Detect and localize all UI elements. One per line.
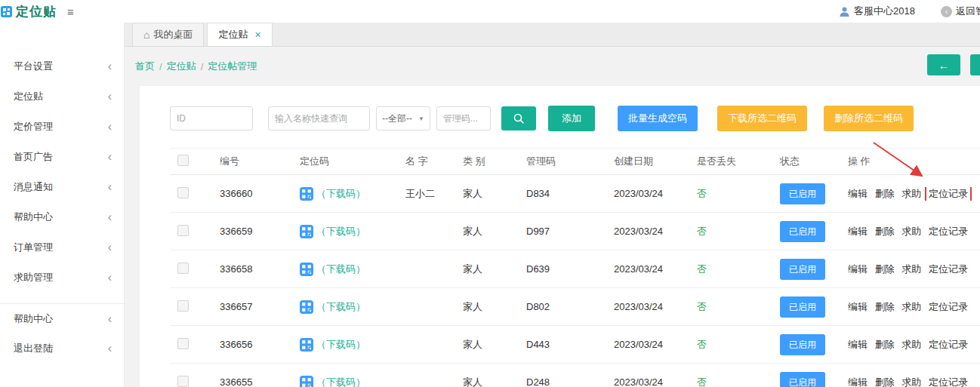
- user-account-link[interactable]: 客服中心2018: [854, 5, 915, 18]
- location-record-link[interactable]: 定位记录: [929, 226, 968, 237]
- sidebar-item-label: 帮助中心: [14, 210, 53, 224]
- edit-link[interactable]: 编辑: [848, 263, 868, 275]
- delete-link[interactable]: 删除: [875, 301, 895, 312]
- qrcode-icon[interactable]: [300, 225, 313, 238]
- location-record-link[interactable]: 定位记录: [929, 339, 968, 350]
- cell-id: 336656: [214, 339, 294, 350]
- sidebar-item[interactable]: 平台设置 ‹: [0, 51, 124, 81]
- cell-create-date: 2023/03/24: [608, 301, 691, 312]
- row-checkbox[interactable]: [177, 338, 189, 349]
- download-code-link[interactable]: （下载码）: [316, 300, 365, 314]
- content-panel: --全部-- ▼ 添加 批量生成空码 下载所选二维码 删除所选二维码 编号 定位…: [140, 86, 980, 387]
- sidebar-item-label: 消息通知: [14, 180, 53, 194]
- chevron-down-icon: ▼: [418, 115, 424, 122]
- cut-off-button[interactable]: [970, 54, 980, 75]
- status-enabled-button[interactable]: 已启用: [780, 259, 825, 280]
- add-button[interactable]: 添加: [548, 106, 595, 131]
- download-code-link[interactable]: （下载码）: [316, 338, 365, 352]
- sidebar-item[interactable]: 消息通知 ‹: [0, 172, 124, 202]
- row-checkbox[interactable]: [177, 187, 189, 198]
- sidebar-item[interactable]: 定位贴 ‹: [0, 81, 124, 112]
- return-portal-link[interactable]: 返回智能: [956, 5, 980, 18]
- qrcode-icon[interactable]: [300, 376, 313, 387]
- qrcode-icon[interactable]: [300, 338, 313, 352]
- location-record-link[interactable]: 定位记录: [929, 263, 968, 275]
- table-row: 336655 （下载码） 家人 D248 2023/03/24 否 已启用 编辑…: [170, 364, 980, 387]
- app-logo-icon: [1, 6, 12, 17]
- cell-id: 336655: [214, 376, 294, 387]
- edit-link[interactable]: 编辑: [848, 226, 868, 237]
- help-link[interactable]: 求助: [901, 376, 921, 387]
- cell-manage-code: D834: [520, 188, 608, 199]
- hamburger-menu-icon[interactable]: ≡: [67, 6, 74, 17]
- edit-link[interactable]: 编辑: [848, 376, 868, 387]
- cell-create-date: 2023/03/24: [608, 376, 691, 387]
- sidebar-item[interactable]: 帮助中心 ‹: [0, 202, 124, 232]
- help-link[interactable]: 求助: [901, 188, 921, 199]
- help-link[interactable]: 求助: [901, 339, 921, 350]
- edit-link[interactable]: 编辑: [848, 339, 868, 350]
- batch-generate-button[interactable]: 批量生成空码: [618, 106, 698, 131]
- status-enabled-button[interactable]: 已启用: [780, 296, 825, 318]
- sidebar-item[interactable]: 求助管理 ‹: [0, 263, 124, 293]
- sidebar-item[interactable]: 帮助中心 ‹: [0, 303, 124, 333]
- category-select[interactable]: --全部-- ▼: [376, 106, 430, 131]
- cell-manage-code: D997: [520, 226, 608, 237]
- delete-link[interactable]: 删除: [875, 263, 895, 275]
- cell-id: 336659: [214, 226, 294, 237]
- select-all-checkbox[interactable]: [177, 155, 189, 166]
- header-date: 创建日期: [608, 155, 691, 168]
- location-record-link[interactable]: 定位记录: [929, 376, 968, 387]
- table-row: 336660 （下载码） 王小二 家人 D834 2023/03/24 否 已启…: [170, 175, 980, 213]
- edit-link[interactable]: 编辑: [848, 188, 868, 199]
- row-checkbox[interactable]: [177, 225, 189, 236]
- search-button[interactable]: [501, 106, 536, 131]
- status-enabled-button[interactable]: 已启用: [780, 183, 825, 204]
- sidebar-item-label: 求助管理: [14, 271, 53, 284]
- delete-link[interactable]: 删除: [875, 339, 895, 350]
- location-record-link[interactable]: 定位记录: [929, 188, 968, 199]
- download-code-link[interactable]: （下载码）: [316, 225, 365, 238]
- cell-lost: 否: [691, 187, 774, 201]
- location-record-link[interactable]: 定位记录: [929, 301, 968, 312]
- qrcode-icon[interactable]: [300, 187, 313, 201]
- breadcrumb-separator: /: [159, 61, 162, 72]
- header-category: 类 别: [457, 155, 520, 168]
- download-selected-button[interactable]: 下载所选二维码: [717, 106, 807, 131]
- sidebar-item[interactable]: 退出登陆 ‹: [0, 333, 124, 364]
- table-row: 336656 （下载码） 家人 D443 2023/03/24 否 已启用 编辑…: [170, 326, 980, 364]
- edit-link[interactable]: 编辑: [848, 301, 868, 312]
- sidebar-item[interactable]: 首页广告 ‹: [0, 142, 124, 172]
- qrcode-icon[interactable]: [300, 300, 313, 314]
- delete-selected-button[interactable]: 删除所选二维码: [824, 106, 914, 131]
- id-filter-input[interactable]: [170, 106, 253, 131]
- close-tab-icon[interactable]: ×: [254, 23, 260, 46]
- delete-link[interactable]: 删除: [875, 188, 895, 199]
- tab-location-sticker[interactable]: 定位贴 ×: [207, 23, 272, 46]
- download-code-link[interactable]: （下载码）: [316, 263, 365, 276]
- row-checkbox[interactable]: [177, 300, 189, 312]
- download-code-link[interactable]: （下载码）: [316, 376, 365, 387]
- tab-my-desktop[interactable]: ⌂ 我的桌面: [132, 23, 204, 46]
- help-link[interactable]: 求助: [901, 301, 921, 312]
- row-checkbox[interactable]: [177, 263, 189, 274]
- sidebar-item[interactable]: 定价管理 ‹: [0, 112, 124, 142]
- download-code-link[interactable]: （下载码）: [316, 187, 365, 201]
- sidebar-item[interactable]: 订单管理 ‹: [0, 232, 124, 263]
- back-button[interactable]: ←: [927, 54, 960, 75]
- status-enabled-button[interactable]: 已启用: [780, 372, 825, 387]
- help-link[interactable]: 求助: [901, 226, 921, 237]
- qrcode-icon[interactable]: [300, 263, 313, 276]
- name-filter-input[interactable]: [268, 106, 370, 131]
- manage-code-input[interactable]: [436, 106, 491, 131]
- status-enabled-button[interactable]: 已启用: [780, 334, 825, 355]
- breadcrumb-section[interactable]: 定位贴: [167, 60, 196, 73]
- breadcrumb-home[interactable]: 首页: [135, 60, 155, 73]
- row-checkbox[interactable]: [177, 376, 189, 387]
- help-link[interactable]: 求助: [901, 263, 921, 275]
- status-enabled-button[interactable]: 已启用: [780, 221, 825, 242]
- delete-link[interactable]: 删除: [875, 376, 895, 387]
- delete-link[interactable]: 删除: [875, 226, 895, 237]
- sidebar-item-label: 首页广告: [14, 150, 53, 164]
- sidebar-item-label: 订单管理: [14, 241, 53, 254]
